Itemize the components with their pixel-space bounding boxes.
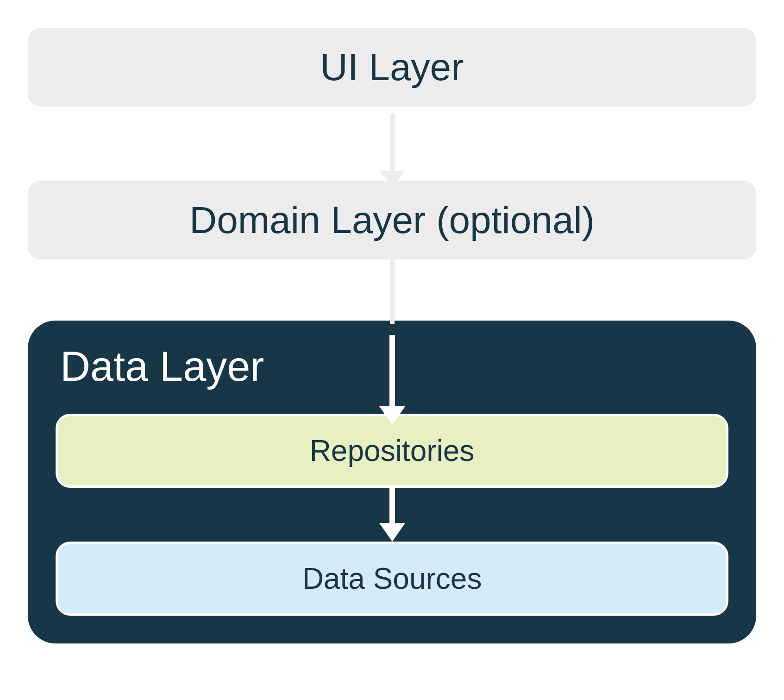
data-sources-box: Data Sources: [56, 542, 728, 616]
arrow-down-icon: [389, 488, 395, 525]
arrow-ui-to-domain: [390, 107, 395, 181]
ui-layer-box: UI Layer: [28, 28, 756, 107]
domain-layer-label: Domain Layer (optional): [189, 198, 595, 242]
repositories-label: Repositories: [310, 434, 475, 468]
arrow-down-icon: [390, 259, 395, 324]
data-sources-label: Data Sources: [302, 561, 482, 596]
diagram-top-section: UI Layer Domain Layer (optional): [28, 28, 756, 324]
data-layer-container: Data Layer Repositories Data Sources: [28, 321, 756, 643]
repositories-box: Repositories: [56, 414, 728, 488]
data-layer-content: Repositories Data Sources: [56, 395, 728, 616]
arrow-down-icon: [390, 114, 395, 174]
ui-layer-label: UI Layer: [320, 45, 464, 89]
arrow-domain-to-data-spacer: [28, 259, 756, 324]
domain-layer-box: Domain Layer (optional): [28, 181, 756, 259]
arrow-down-icon: [389, 335, 395, 409]
